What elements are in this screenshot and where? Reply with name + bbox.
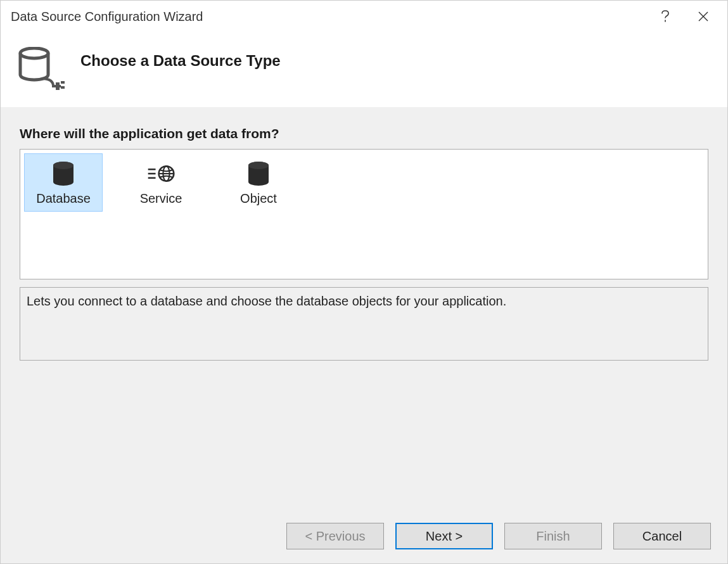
- page-title: Choose a Data Source Type: [80, 52, 281, 70]
- option-object-label: Object: [240, 191, 277, 206]
- object-icon: [245, 160, 272, 188]
- help-button[interactable]: [651, 3, 679, 30]
- database-icon: [49, 160, 77, 188]
- option-service[interactable]: Service: [122, 153, 200, 212]
- option-object[interactable]: Object: [219, 153, 298, 212]
- option-service-label: Service: [140, 191, 182, 206]
- service-icon: [147, 160, 175, 188]
- window-title: Data Source Configuration Wizard: [11, 10, 641, 24]
- options-container: Database Service: [20, 149, 708, 279]
- wizard-footer: < Previous Next > Finish Cancel: [1, 508, 727, 564]
- svg-point-7: [53, 162, 73, 169]
- option-database-label: Database: [36, 191, 91, 206]
- titlebar: Data Source Configuration Wizard: [1, 1, 727, 32]
- option-database[interactable]: Database: [24, 153, 103, 212]
- close-button[interactable]: [689, 3, 717, 30]
- wizard-header: Choose a Data Source Type: [1, 32, 727, 107]
- svg-point-15: [248, 162, 269, 169]
- svg-rect-3: [56, 82, 60, 90]
- close-icon: [698, 11, 709, 22]
- help-icon: [661, 10, 670, 23]
- finish-button[interactable]: Finish: [504, 523, 602, 549]
- svg-rect-4: [61, 81, 65, 84]
- wizard-content: Where will the application get data from…: [1, 107, 727, 508]
- svg-point-2: [20, 48, 48, 58]
- svg-rect-5: [61, 86, 65, 89]
- description-text: Lets you connect to a database and choos…: [20, 287, 708, 361]
- next-button[interactable]: Next >: [395, 523, 493, 549]
- prompt-label: Where will the application get data from…: [20, 126, 708, 141]
- previous-button[interactable]: < Previous: [286, 523, 384, 549]
- header-database-icon: [13, 41, 70, 98]
- cancel-button[interactable]: Cancel: [613, 523, 711, 549]
